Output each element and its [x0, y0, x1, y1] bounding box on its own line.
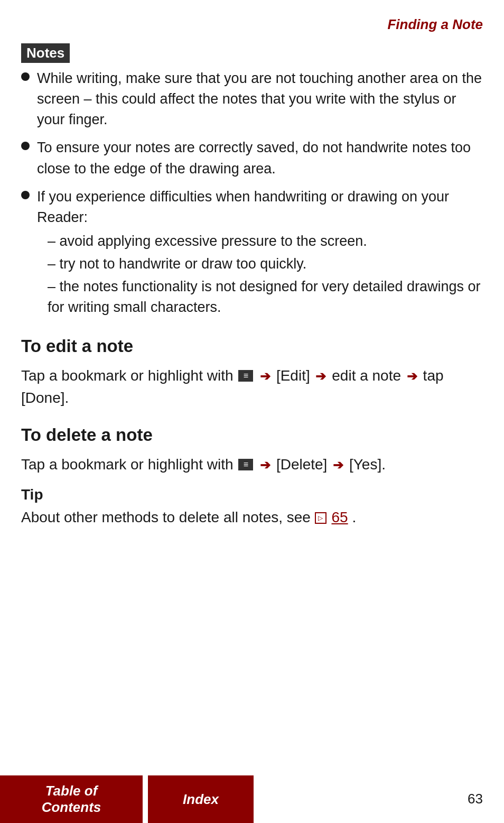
- bullet-text-1: While writing, make sure that you are no…: [37, 68, 483, 130]
- sub-list: – avoid applying excessive pressure to t…: [48, 231, 483, 318]
- sub-item-3: – the notes functionality is not designe…: [48, 276, 483, 318]
- notes-bullet-list: While writing, make sure that you are no…: [21, 68, 483, 320]
- notes-badge: Notes: [21, 43, 483, 68]
- page-header: Finding a Note: [21, 16, 483, 33]
- edit-text-part1: Tap a bookmark or highlight with: [21, 367, 237, 384]
- arrow-icon-5: ➔: [333, 456, 343, 475]
- page-header-title: Finding a Note: [387, 16, 483, 32]
- index-button[interactable]: Index: [148, 775, 254, 823]
- delete-text-part1: Tap a bookmark or highlight with: [21, 456, 237, 473]
- bullet-dot-3: [21, 191, 30, 199]
- delete-text-part2: [Delete]: [276, 456, 331, 473]
- bullet-text-2: To ensure your notes are correctly saved…: [37, 137, 483, 179]
- notes-badge-label: Notes: [21, 43, 70, 63]
- delete-heading: To delete a note: [21, 425, 483, 445]
- delete-text-part3: [Yes].: [349, 456, 386, 473]
- arrow-icon-2: ➔: [315, 367, 326, 386]
- menu-icon-delete: [238, 459, 253, 470]
- delete-body: Tap a bookmark or highlight with ➔ [Dele…: [21, 454, 483, 476]
- toc-button[interactable]: Table of Contents: [0, 775, 143, 823]
- edit-text-part2: [Edit]: [276, 367, 314, 384]
- edit-text-part3: edit a note: [332, 367, 405, 384]
- arrow-icon-1: ➔: [260, 367, 270, 386]
- tip-text-after: .: [352, 509, 356, 525]
- bullet-item-1: While writing, make sure that you are no…: [21, 68, 483, 130]
- page-ref-icon: ▷: [315, 512, 326, 524]
- tip-heading: Tip: [21, 486, 483, 503]
- bullet-text-3: If you experience difficulties when hand…: [37, 189, 449, 225]
- bullet-dot-1: [21, 72, 30, 81]
- page-container: Finding a Note Notes While writing, make…: [0, 0, 504, 823]
- arrow-icon-4: ➔: [260, 456, 270, 475]
- tip-text-before: About other methods to delete all notes,…: [21, 509, 315, 525]
- edit-heading: To edit a note: [21, 336, 483, 356]
- arrow-icon-3: ➔: [407, 367, 417, 386]
- bullet-content-3: If you experience difficulties when hand…: [37, 187, 483, 320]
- page-ref-number[interactable]: 65: [331, 509, 348, 525]
- sub-item-2: – try not to handwrite or draw too quick…: [48, 254, 483, 274]
- menu-icon-edit: [238, 370, 253, 382]
- bottom-bar: Table of Contents Index: [0, 775, 504, 823]
- sub-item-1: – avoid applying excessive pressure to t…: [48, 231, 483, 252]
- bullet-item-2: To ensure your notes are correctly saved…: [21, 137, 483, 179]
- bullet-item-3: If you experience difficulties when hand…: [21, 187, 483, 320]
- edit-body: Tap a bookmark or highlight with ➔ [Edit…: [21, 365, 483, 409]
- bullet-dot-2: [21, 142, 30, 150]
- tip-body: About other methods to delete all notes,…: [21, 506, 483, 529]
